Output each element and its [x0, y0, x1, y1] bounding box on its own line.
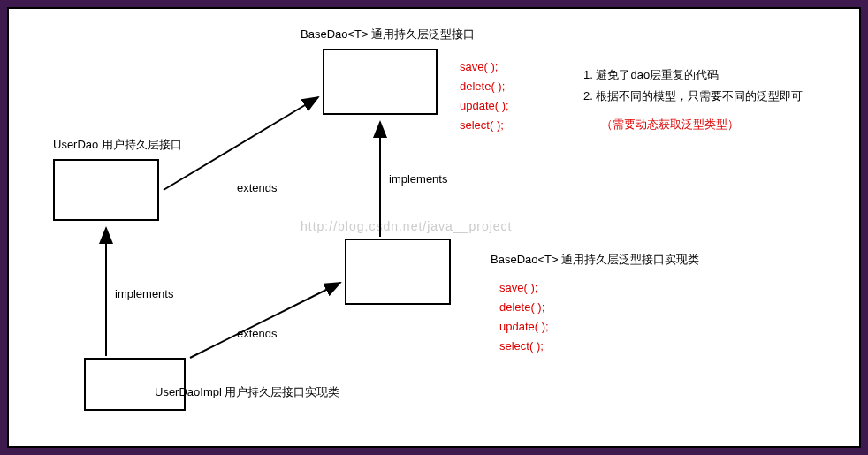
- userdao-title: UserDao 用户持久层接口: [53, 137, 182, 153]
- basedao-methods: save( ); delete( ); update( ); select( )…: [460, 57, 509, 135]
- userdao-box: [53, 159, 159, 221]
- basedaoimpl-methods: save( ); delete( ); update( ); select( )…: [499, 278, 549, 356]
- method-select-2: select( );: [499, 337, 549, 356]
- method-delete-2: delete( );: [499, 298, 549, 317]
- note-2: 2. 根据不同的模型，只需要不同的泛型即可: [583, 86, 803, 107]
- diagram-frame: BaseDao<T> 通用持久层泛型接口 save( ); delete( );…: [7, 7, 861, 448]
- implements-label-2: implements: [115, 287, 173, 300]
- arrow-userdao-basedao: [164, 97, 318, 190]
- notes: 1. 避免了dao层重复的代码 2. 根据不同的模型，只需要不同的泛型即可 （需…: [583, 64, 803, 135]
- extends-label-1: extends: [237, 181, 278, 194]
- watermark: http://blog.csdn.net/java__project: [301, 219, 512, 233]
- method-update: update( );: [460, 96, 509, 116]
- basedao-box: [323, 49, 438, 115]
- basedao-title: BaseDao<T> 通用持久层泛型接口: [301, 27, 475, 42]
- method-update-2: update( );: [499, 317, 549, 337]
- implements-label-1: implements: [389, 172, 447, 186]
- basedaoimpl-box: [345, 239, 451, 305]
- extends-label-2: extends: [237, 327, 278, 340]
- note-3: （需要动态获取泛型类型）: [601, 114, 803, 135]
- method-save: save( );: [460, 57, 509, 77]
- basedaoimpl-title: BaseDao<T> 通用持久层泛型接口实现类: [491, 252, 699, 268]
- method-select: select( );: [460, 116, 509, 135]
- arrow-userdaoimpl-basedaoimpl: [190, 283, 340, 358]
- method-save-2: save( );: [499, 278, 549, 298]
- method-delete: delete( );: [460, 77, 509, 96]
- userdaoimpl-title: UserDaoImpl 用户持久层接口实现类: [155, 384, 339, 400]
- note-1: 1. 避免了dao层重复的代码: [583, 64, 803, 86]
